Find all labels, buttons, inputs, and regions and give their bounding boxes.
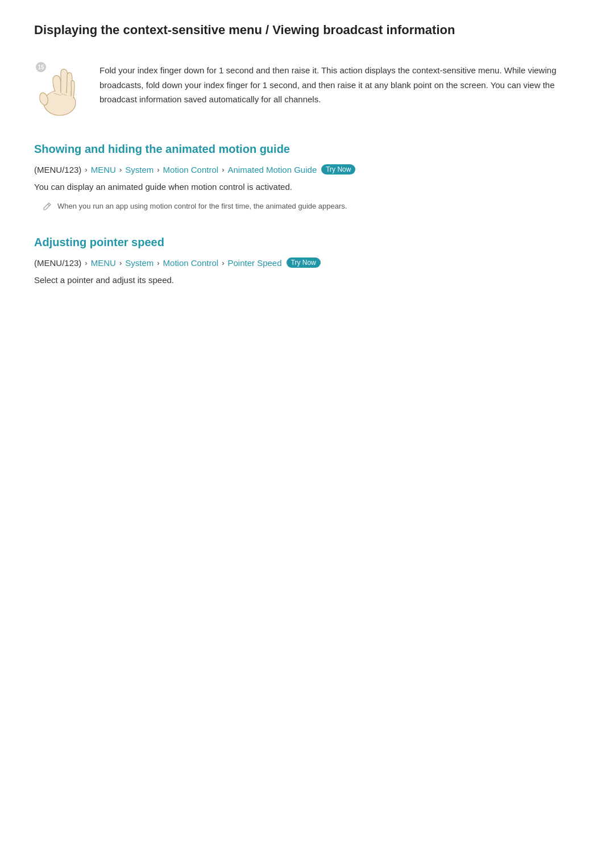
breadcrumb-animated-motion-guide: Animated Motion Guide — [227, 165, 317, 175]
section2-title: Adjusting pointer speed — [34, 236, 580, 249]
section-animated-motion-guide: Showing and hiding the animated motion g… — [34, 143, 580, 213]
section1-title: Showing and hiding the animated motion g… — [34, 143, 580, 156]
breadcrumb2-menu123: (MENU/123) — [34, 258, 81, 268]
breadcrumb-menu123: (MENU/123) — [34, 165, 81, 175]
breadcrumb2-menu: MENU — [91, 258, 116, 268]
svg-line-4 — [48, 204, 49, 206]
intro-section: 15 Fold your index finger down for 1 sec… — [34, 60, 580, 117]
breadcrumb-menu: MENU — [91, 165, 116, 175]
section1-note: When you run an app using motion control… — [43, 201, 580, 213]
section1-breadcrumb: (MENU/123) › MENU › System › Motion Cont… — [34, 164, 580, 175]
breadcrumb2-system: System — [125, 258, 154, 268]
breadcrumb-arrow-4: › — [222, 165, 224, 174]
try-now-badge-2[interactable]: Try Now — [287, 258, 321, 268]
breadcrumb-arrow-1: › — [85, 165, 87, 174]
section1-description: You can display an animated guide when m… — [34, 180, 580, 194]
hand-icon-container: 15 — [34, 60, 85, 117]
breadcrumb-arrow-2: › — [119, 165, 122, 174]
breadcrumb2-pointer-speed: Pointer Speed — [227, 258, 281, 268]
page-title: Displaying the context-sensitive menu / … — [34, 23, 580, 43]
section1-note-text: When you run an app using motion control… — [57, 201, 347, 213]
intro-description: Fold your index finger down for 1 second… — [99, 60, 580, 107]
breadcrumb2-arrow-1: › — [85, 259, 87, 267]
badge-number: 15 — [36, 62, 46, 72]
try-now-badge-1[interactable]: Try Now — [321, 164, 355, 175]
breadcrumb2-arrow-2: › — [119, 259, 122, 267]
pencil-icon — [43, 202, 52, 213]
breadcrumb-motion-control: Motion Control — [163, 165, 219, 175]
breadcrumb2-arrow-3: › — [157, 259, 159, 267]
breadcrumb-system: System — [125, 165, 154, 175]
breadcrumb2-arrow-4: › — [222, 259, 224, 267]
section-pointer-speed: Adjusting pointer speed (MENU/123) › MEN… — [34, 236, 580, 287]
section2-breadcrumb: (MENU/123) › MENU › System › Motion Cont… — [34, 258, 580, 268]
section2-description: Select a pointer and adjust its speed. — [34, 273, 580, 287]
breadcrumb2-motion-control: Motion Control — [163, 258, 219, 268]
breadcrumb-arrow-3: › — [157, 165, 159, 174]
